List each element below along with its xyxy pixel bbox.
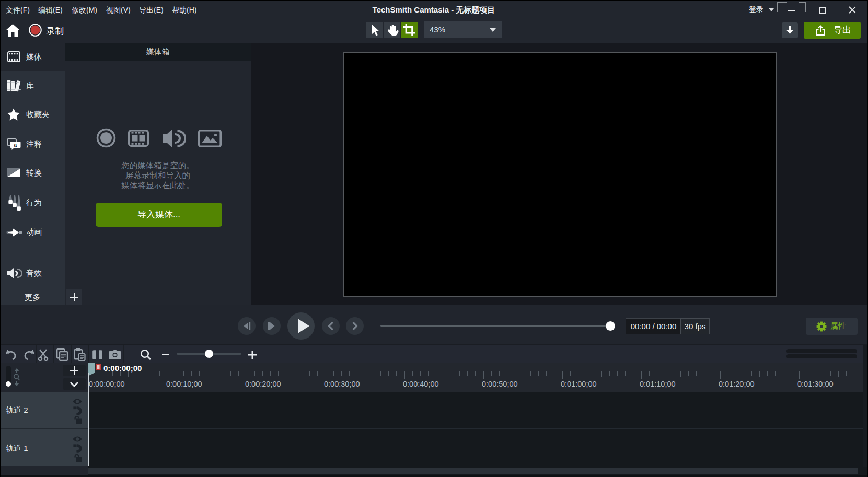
svg-text:a: a xyxy=(14,142,17,148)
